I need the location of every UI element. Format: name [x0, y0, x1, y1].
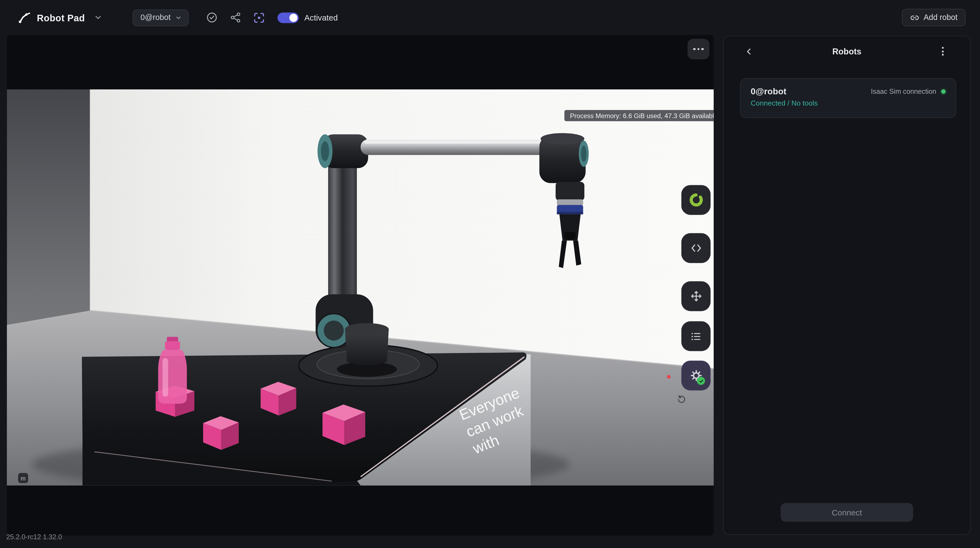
connect-button[interactable]: Connect — [781, 503, 913, 522]
recording-dot — [667, 375, 671, 379]
upper-arm-column — [328, 144, 357, 320]
dot — [942, 54, 943, 56]
network-icon — [229, 11, 242, 24]
reset-view-button[interactable] — [676, 394, 687, 405]
robot-card-connection: Isaac Sim connection — [871, 88, 936, 95]
app-window: Robot Pad 0@robot — [0, 0, 980, 548]
robot-card-status: Connected / No tools — [751, 99, 945, 107]
add-robot-button[interactable]: Add robot — [902, 9, 966, 26]
process-memory-tooltip: Process Memory: 6.6 GiB used, 47.3 GiB a… — [565, 110, 714, 121]
toggle-knob — [289, 13, 298, 22]
simulation-viewport[interactable]: Process Memory: 6.6 GiB used, 47.3 GiB a… — [7, 35, 714, 535]
move-tool-button[interactable] — [681, 281, 710, 311]
code-icon — [690, 242, 702, 254]
work-table: Everyone can work with — [32, 345, 570, 485]
robot-selector-dropdown[interactable]: 0@robot — [132, 9, 189, 26]
code-panel-button[interactable] — [681, 233, 710, 263]
dot — [942, 47, 943, 49]
check-status-button[interactable] — [205, 11, 219, 24]
dot — [693, 48, 695, 50]
robot-pad-logo-icon — [18, 11, 31, 24]
activation-toggle[interactable] — [278, 12, 299, 23]
robot-card[interactable]: 0@robot Isaac Sim connection Connected /… — [740, 78, 956, 118]
link-icon — [910, 13, 919, 22]
omniverse-stream-button[interactable] — [681, 185, 710, 215]
activation-toggle-group: Activated — [278, 12, 338, 23]
app-title: Robot Pad — [37, 12, 85, 23]
settings-ok-badge — [697, 377, 705, 385]
viewport-more-button[interactable] — [687, 39, 709, 59]
chevron-down-icon — [94, 13, 102, 22]
chevron-left-icon — [744, 46, 753, 56]
move-arrows-icon — [690, 290, 702, 303]
scan-mode-button[interactable] — [252, 11, 266, 24]
add-robot-label: Add robot — [924, 13, 958, 22]
scan-frame-icon — [253, 11, 266, 24]
list-panel-button[interactable] — [681, 321, 710, 351]
dot — [942, 50, 943, 52]
online-status-dot — [941, 89, 945, 94]
robots-panel-header: Robots — [724, 37, 970, 67]
viewport-corner-badge: m — [18, 473, 28, 483]
chevron-down-icon — [175, 14, 182, 21]
robots-panel: Robots 0@robot Isaac Sim connection Conn… — [723, 35, 971, 535]
robot-card-name: 0@robot — [751, 86, 786, 96]
3d-scene[interactable]: Everyone can work with — [7, 89, 714, 486]
list-icon — [690, 330, 702, 342]
robot-selector-value: 0@robot — [140, 13, 170, 22]
panel-title: Robots — [832, 46, 861, 56]
top-bar: Robot Pad 0@robot — [0, 0, 980, 35]
connections-button[interactable] — [229, 11, 242, 24]
panel-back-button[interactable] — [742, 45, 755, 58]
version-text: 25.2.0-rc12 1.32.0 — [6, 533, 62, 540]
panel-menu-button[interactable] — [936, 45, 949, 58]
dot — [697, 48, 700, 50]
activation-label: Activated — [304, 13, 338, 22]
settings-button[interactable] — [681, 361, 710, 391]
omniverse-ring-icon — [689, 193, 703, 207]
dot — [702, 48, 703, 50]
app-menu-chevron[interactable] — [91, 11, 105, 24]
check-circle-icon — [205, 11, 218, 24]
